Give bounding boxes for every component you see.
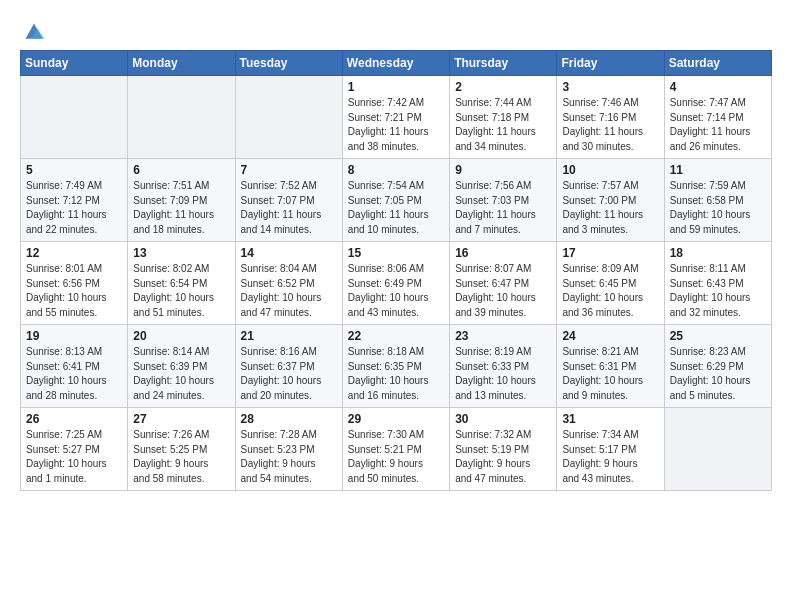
day-cell: 20Sunrise: 8:14 AMSunset: 6:39 PMDayligh…	[128, 325, 235, 408]
day-number: 3	[562, 80, 658, 94]
day-number: 11	[670, 163, 766, 177]
day-number: 10	[562, 163, 658, 177]
day-number: 22	[348, 329, 444, 343]
calendar-header: SundayMondayTuesdayWednesdayThursdayFrid…	[21, 51, 772, 76]
day-number: 21	[241, 329, 337, 343]
day-cell: 4Sunrise: 7:47 AMSunset: 7:14 PMDaylight…	[664, 76, 771, 159]
day-number: 1	[348, 80, 444, 94]
day-info: Sunrise: 7:28 AMSunset: 5:23 PMDaylight:…	[241, 428, 337, 486]
day-number: 26	[26, 412, 122, 426]
day-info: Sunrise: 7:56 AMSunset: 7:03 PMDaylight:…	[455, 179, 551, 237]
day-number: 17	[562, 246, 658, 260]
weekday-header-saturday: Saturday	[664, 51, 771, 76]
day-cell: 27Sunrise: 7:26 AMSunset: 5:25 PMDayligh…	[128, 408, 235, 491]
week-row-4: 26Sunrise: 7:25 AMSunset: 5:27 PMDayligh…	[21, 408, 772, 491]
day-cell: 13Sunrise: 8:02 AMSunset: 6:54 PMDayligh…	[128, 242, 235, 325]
weekday-header-tuesday: Tuesday	[235, 51, 342, 76]
day-cell	[21, 76, 128, 159]
day-number: 28	[241, 412, 337, 426]
day-number: 16	[455, 246, 551, 260]
day-cell: 24Sunrise: 8:21 AMSunset: 6:31 PMDayligh…	[557, 325, 664, 408]
day-number: 4	[670, 80, 766, 94]
day-info: Sunrise: 7:54 AMSunset: 7:05 PMDaylight:…	[348, 179, 444, 237]
day-info: Sunrise: 7:32 AMSunset: 5:19 PMDaylight:…	[455, 428, 551, 486]
day-cell: 8Sunrise: 7:54 AMSunset: 7:05 PMDaylight…	[342, 159, 449, 242]
day-cell: 31Sunrise: 7:34 AMSunset: 5:17 PMDayligh…	[557, 408, 664, 491]
day-cell: 15Sunrise: 8:06 AMSunset: 6:49 PMDayligh…	[342, 242, 449, 325]
day-cell: 26Sunrise: 7:25 AMSunset: 5:27 PMDayligh…	[21, 408, 128, 491]
day-cell: 2Sunrise: 7:44 AMSunset: 7:18 PMDaylight…	[450, 76, 557, 159]
week-row-2: 12Sunrise: 8:01 AMSunset: 6:56 PMDayligh…	[21, 242, 772, 325]
calendar-table: SundayMondayTuesdayWednesdayThursdayFrid…	[20, 50, 772, 491]
day-info: Sunrise: 7:49 AMSunset: 7:12 PMDaylight:…	[26, 179, 122, 237]
day-cell: 5Sunrise: 7:49 AMSunset: 7:12 PMDaylight…	[21, 159, 128, 242]
day-info: Sunrise: 7:30 AMSunset: 5:21 PMDaylight:…	[348, 428, 444, 486]
day-info: Sunrise: 7:25 AMSunset: 5:27 PMDaylight:…	[26, 428, 122, 486]
weekday-header-thursday: Thursday	[450, 51, 557, 76]
day-cell: 17Sunrise: 8:09 AMSunset: 6:45 PMDayligh…	[557, 242, 664, 325]
day-info: Sunrise: 7:52 AMSunset: 7:07 PMDaylight:…	[241, 179, 337, 237]
day-number: 29	[348, 412, 444, 426]
day-info: Sunrise: 8:14 AMSunset: 6:39 PMDaylight:…	[133, 345, 229, 403]
day-number: 25	[670, 329, 766, 343]
day-number: 23	[455, 329, 551, 343]
day-number: 5	[26, 163, 122, 177]
day-number: 7	[241, 163, 337, 177]
day-info: Sunrise: 7:47 AMSunset: 7:14 PMDaylight:…	[670, 96, 766, 154]
day-info: Sunrise: 7:26 AMSunset: 5:25 PMDaylight:…	[133, 428, 229, 486]
day-info: Sunrise: 8:02 AMSunset: 6:54 PMDaylight:…	[133, 262, 229, 320]
day-info: Sunrise: 8:01 AMSunset: 6:56 PMDaylight:…	[26, 262, 122, 320]
day-number: 24	[562, 329, 658, 343]
day-number: 2	[455, 80, 551, 94]
day-info: Sunrise: 8:21 AMSunset: 6:31 PMDaylight:…	[562, 345, 658, 403]
day-info: Sunrise: 8:07 AMSunset: 6:47 PMDaylight:…	[455, 262, 551, 320]
day-cell: 23Sunrise: 8:19 AMSunset: 6:33 PMDayligh…	[450, 325, 557, 408]
week-row-3: 19Sunrise: 8:13 AMSunset: 6:41 PMDayligh…	[21, 325, 772, 408]
day-info: Sunrise: 8:13 AMSunset: 6:41 PMDaylight:…	[26, 345, 122, 403]
header-row: SundayMondayTuesdayWednesdayThursdayFrid…	[21, 51, 772, 76]
day-cell	[664, 408, 771, 491]
day-number: 27	[133, 412, 229, 426]
calendar-body: 1Sunrise: 7:42 AMSunset: 7:21 PMDaylight…	[21, 76, 772, 491]
day-cell: 9Sunrise: 7:56 AMSunset: 7:03 PMDaylight…	[450, 159, 557, 242]
day-info: Sunrise: 7:59 AMSunset: 6:58 PMDaylight:…	[670, 179, 766, 237]
header	[20, 16, 772, 44]
logo-icon	[22, 20, 46, 44]
logo	[20, 20, 46, 44]
day-cell: 25Sunrise: 8:23 AMSunset: 6:29 PMDayligh…	[664, 325, 771, 408]
day-info: Sunrise: 8:06 AMSunset: 6:49 PMDaylight:…	[348, 262, 444, 320]
day-info: Sunrise: 7:44 AMSunset: 7:18 PMDaylight:…	[455, 96, 551, 154]
day-cell: 1Sunrise: 7:42 AMSunset: 7:21 PMDaylight…	[342, 76, 449, 159]
day-cell: 29Sunrise: 7:30 AMSunset: 5:21 PMDayligh…	[342, 408, 449, 491]
day-number: 12	[26, 246, 122, 260]
day-cell: 12Sunrise: 8:01 AMSunset: 6:56 PMDayligh…	[21, 242, 128, 325]
day-number: 20	[133, 329, 229, 343]
day-number: 31	[562, 412, 658, 426]
day-cell: 16Sunrise: 8:07 AMSunset: 6:47 PMDayligh…	[450, 242, 557, 325]
weekday-header-monday: Monday	[128, 51, 235, 76]
day-info: Sunrise: 8:23 AMSunset: 6:29 PMDaylight:…	[670, 345, 766, 403]
week-row-0: 1Sunrise: 7:42 AMSunset: 7:21 PMDaylight…	[21, 76, 772, 159]
weekday-header-sunday: Sunday	[21, 51, 128, 76]
day-info: Sunrise: 7:42 AMSunset: 7:21 PMDaylight:…	[348, 96, 444, 154]
day-number: 14	[241, 246, 337, 260]
day-cell: 21Sunrise: 8:16 AMSunset: 6:37 PMDayligh…	[235, 325, 342, 408]
day-cell: 28Sunrise: 7:28 AMSunset: 5:23 PMDayligh…	[235, 408, 342, 491]
day-number: 9	[455, 163, 551, 177]
page: SundayMondayTuesdayWednesdayThursdayFrid…	[0, 0, 792, 612]
day-cell: 30Sunrise: 7:32 AMSunset: 5:19 PMDayligh…	[450, 408, 557, 491]
day-cell: 22Sunrise: 8:18 AMSunset: 6:35 PMDayligh…	[342, 325, 449, 408]
day-cell: 18Sunrise: 8:11 AMSunset: 6:43 PMDayligh…	[664, 242, 771, 325]
week-row-1: 5Sunrise: 7:49 AMSunset: 7:12 PMDaylight…	[21, 159, 772, 242]
day-number: 6	[133, 163, 229, 177]
day-number: 18	[670, 246, 766, 260]
day-cell: 14Sunrise: 8:04 AMSunset: 6:52 PMDayligh…	[235, 242, 342, 325]
day-number: 13	[133, 246, 229, 260]
day-info: Sunrise: 7:57 AMSunset: 7:00 PMDaylight:…	[562, 179, 658, 237]
day-cell: 6Sunrise: 7:51 AMSunset: 7:09 PMDaylight…	[128, 159, 235, 242]
day-number: 19	[26, 329, 122, 343]
weekday-header-friday: Friday	[557, 51, 664, 76]
day-cell: 3Sunrise: 7:46 AMSunset: 7:16 PMDaylight…	[557, 76, 664, 159]
day-number: 30	[455, 412, 551, 426]
day-cell	[235, 76, 342, 159]
